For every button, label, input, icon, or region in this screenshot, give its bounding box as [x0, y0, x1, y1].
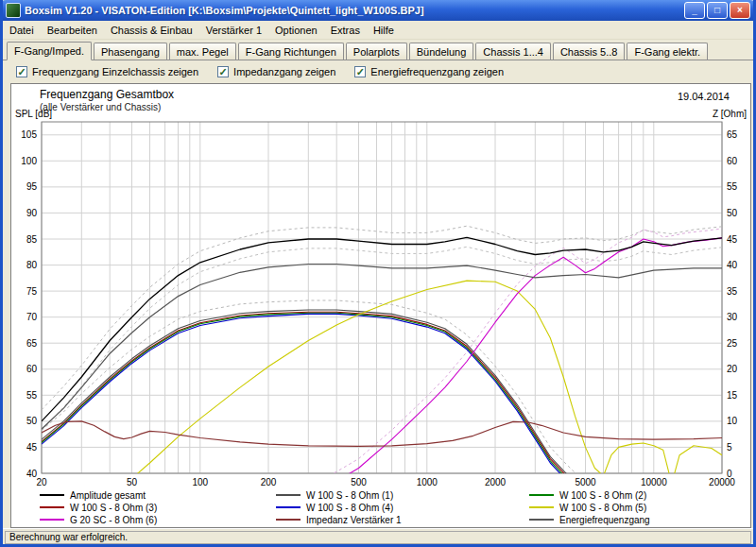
svg-text:500: 500: [351, 477, 367, 487]
legend-swatch: [276, 506, 301, 508]
tab-phasengang[interactable]: Phasengang: [94, 43, 167, 60]
legend-item: W 100 S - 8 Ohm (1): [276, 489, 529, 501]
tab-fgang-imped[interactable]: F-Gang/Imped.: [7, 42, 92, 60]
legend-label: Amplitude gesamt: [70, 490, 146, 501]
svg-text:25: 25: [727, 338, 738, 349]
legend-label: W 100 S - 8 Ohm (4): [306, 503, 393, 513]
svg-text:80: 80: [26, 260, 38, 270]
menu-item-extras[interactable]: Extras: [324, 23, 367, 38]
menu-bar: Datei Bearbeiten Chassis & Einbau Verstä…: [3, 21, 753, 40]
svg-text:10000: 10000: [641, 477, 667, 487]
legend-label: W 100 S - 8 Ohm (5): [559, 503, 646, 513]
checkbox-impedanzgang[interactable]: ✓ Impedanzgang zeigen: [217, 66, 335, 77]
legend-label: Impedanz Verstärker 1: [306, 515, 402, 525]
maximize-button[interactable]: □: [707, 2, 728, 19]
legend-swatch: [529, 494, 554, 496]
svg-text:85: 85: [26, 234, 38, 245]
menu-item-bearbeiten[interactable]: Bearbeiten: [41, 23, 104, 38]
svg-text:2000: 2000: [485, 477, 507, 487]
svg-text:60: 60: [26, 364, 38, 374]
svg-text:50: 50: [127, 477, 138, 487]
tab-polarplots[interactable]: Polarplots: [346, 43, 407, 60]
window-title: Boxsim V1.20 - VISATON-Edition [K:\Boxsi…: [25, 5, 424, 16]
svg-text:60: 60: [727, 156, 738, 166]
checkbox-box[interactable]: ✓: [217, 66, 229, 77]
legend-item: G 20 SC - 8 Ohm (6): [40, 514, 276, 525]
svg-text:15: 15: [727, 390, 738, 401]
checkbox-label: Frequenzgang Einzelchassis zeigen: [32, 66, 198, 77]
chart-date: 19.04.2014: [678, 91, 730, 102]
window-controls: _ □ ×: [684, 2, 756, 19]
svg-text:45: 45: [26, 442, 38, 453]
y-axis-right-label: Z [Ohm]: [713, 109, 747, 119]
svg-text:40: 40: [727, 260, 738, 270]
legend-item: Impedanz Verstärker 1: [276, 514, 529, 525]
svg-text:95: 95: [26, 181, 38, 192]
legend-swatch: [40, 506, 64, 508]
svg-text:20: 20: [36, 477, 47, 487]
checkbox-frequenzgang-einzelchassis[interactable]: ✓ Frequenzgang Einzelchassis zeigen: [16, 66, 198, 77]
legend-item: W 100 S - 8 Ohm (5): [529, 502, 745, 513]
svg-text:65: 65: [727, 129, 738, 140]
tab-bar: F-Gang/Imped. Phasengang max. Pegel F-Ga…: [3, 39, 753, 60]
legend-label: G 20 SC - 8 Ohm (6): [70, 515, 157, 525]
svg-text:90: 90: [26, 208, 38, 218]
legend-item: Energiefrequenzgang: [529, 514, 745, 525]
svg-text:30: 30: [727, 312, 738, 322]
tab-chassis-5-8[interactable]: Chassis 5..8: [553, 43, 626, 60]
chart-panel: 2050100200500100020005000100002000040455…: [10, 83, 751, 528]
svg-text:70: 70: [26, 312, 38, 322]
legend-label: Energiefrequenzgang: [559, 515, 650, 525]
svg-text:1000: 1000: [417, 477, 438, 487]
menu-item-hilfe[interactable]: Hilfe: [367, 23, 401, 38]
tab-buendelung[interactable]: Bündelung: [409, 43, 474, 60]
svg-text:65: 65: [26, 338, 38, 349]
legend-label: W 100 S - 8 Ohm (2): [559, 490, 646, 501]
y-axis-left-label: SPL [dB]: [15, 109, 52, 119]
chart-legend: Amplitude gesamt W 100 S - 8 Ohm (1) W 1…: [40, 489, 745, 525]
legend-item: W 100 S - 8 Ohm (2): [529, 489, 745, 501]
svg-text:20000: 20000: [709, 477, 735, 487]
svg-text:50: 50: [727, 208, 738, 218]
legend-item: W 100 S - 8 Ohm (4): [276, 502, 529, 513]
tab-fgang-elektr[interactable]: F-Gang elektr.: [627, 43, 708, 60]
tab-chassis-1-4[interactable]: Chassis 1...4: [475, 43, 551, 60]
legend-label: W 100 S - 8 Ohm (1): [306, 490, 393, 501]
frequency-response-plot: 2050100200500100020005000100002000040455…: [11, 84, 750, 527]
status-bar: Berechnung war erfolgreich.: [3, 528, 753, 544]
svg-text:75: 75: [26, 286, 38, 297]
legend-swatch: [40, 494, 64, 496]
title-bar[interactable]: Boxsim V1.20 - VISATON-Edition [K:\Boxsi…: [0, 0, 756, 21]
svg-text:100: 100: [192, 477, 208, 487]
svg-text:200: 200: [261, 477, 277, 487]
legend-item: Amplitude gesamt: [40, 489, 276, 501]
legend-swatch: [529, 519, 554, 521]
svg-text:45: 45: [727, 234, 738, 245]
tab-fgang-richtungen[interactable]: F-Gang Richtungen: [238, 43, 344, 60]
minimize-button[interactable]: _: [684, 2, 705, 19]
menu-item-datei[interactable]: Datei: [3, 23, 41, 38]
legend-label: W 100 S - 8 Ohm (3): [70, 503, 157, 513]
checkbox-energiefrequenzgang[interactable]: ✓ Energiefrequenzgang zeigen: [354, 66, 504, 77]
chart-subtitle: (alle Verstärker und Chassis): [40, 102, 161, 112]
checkbox-box[interactable]: ✓: [354, 66, 366, 77]
legend-swatch: [529, 506, 554, 508]
menu-item-optionen[interactable]: Optionen: [268, 23, 324, 38]
svg-text:0: 0: [727, 469, 732, 479]
checkbox-box[interactable]: ✓: [16, 66, 27, 77]
svg-text:20: 20: [727, 364, 738, 374]
close-button[interactable]: ×: [730, 2, 750, 19]
svg-text:100: 100: [21, 156, 37, 166]
app-window: Boxsim V1.20 - VISATON-Edition [K:\Boxsi…: [0, 0, 756, 547]
menu-item-chassis-einbau[interactable]: Chassis & Einbau: [104, 23, 199, 38]
svg-text:5: 5: [727, 442, 732, 453]
svg-text:5000: 5000: [575, 477, 596, 487]
svg-text:55: 55: [727, 181, 738, 192]
svg-text:55: 55: [26, 390, 38, 401]
svg-text:50: 50: [26, 416, 38, 426]
svg-text:10: 10: [727, 416, 738, 426]
tab-max-pegel[interactable]: max. Pegel: [169, 43, 236, 60]
svg-text:35: 35: [727, 286, 738, 297]
menu-item-verstaerker-1[interactable]: Verstärker 1: [199, 23, 268, 38]
legend-swatch: [40, 519, 64, 521]
